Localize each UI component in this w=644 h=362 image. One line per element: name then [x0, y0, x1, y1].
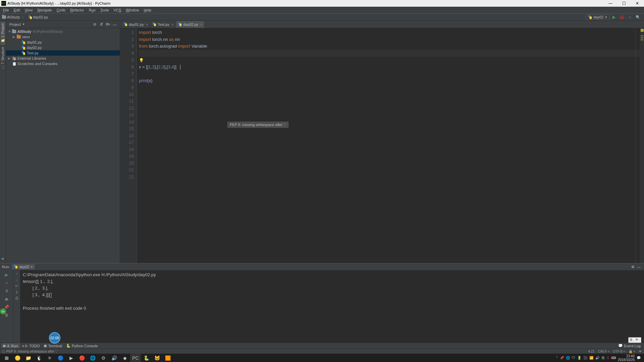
warning-mark[interactable]: [641, 38, 643, 38]
run-tab[interactable]: day02 ×: [12, 264, 35, 269]
hide-panel-icon[interactable]: —: [636, 264, 642, 270]
favorites-icon[interactable]: ★: [1, 256, 5, 261]
stop-button[interactable]: ■: [627, 14, 633, 20]
recording-timer-bubble[interactable]: 02:08: [49, 332, 60, 344]
menu-file[interactable]: File: [1, 7, 11, 13]
python-console-tool-tab[interactable]: 🐍 Python Console: [64, 343, 100, 348]
tray-sogou-icon[interactable]: S: [607, 356, 609, 360]
search-button[interactable]: 🔍: [635, 14, 641, 20]
down-button[interactable]: ↓: [16, 278, 18, 282]
taskbar-app-icon[interactable]: ✳: [44, 354, 55, 362]
taskbar-app-icon[interactable]: 🔊: [109, 354, 119, 362]
event-log-tool-tab[interactable]: 💬 Event Log: [616, 343, 643, 348]
taskbar-app-icon[interactable]: 🔵: [55, 354, 66, 362]
file-encoding[interactable]: UTF-8 ÷: [613, 350, 625, 353]
lightbulb-icon[interactable]: 💡: [139, 57, 144, 64]
notifications-icon[interactable]: 💬: [637, 356, 641, 360]
tray-browser-icon[interactable]: 🌐: [566, 356, 570, 360]
expand-icon[interactable]: ▶: [8, 57, 11, 60]
menu-help[interactable]: Help: [141, 7, 154, 13]
tree-root[interactable]: ▼ AIStudy H:\Python\AIStudy: [6, 29, 120, 34]
console-output[interactable]: C:\ProgramData\Anaconda3\python.exe H:/P…: [20, 270, 644, 344]
menu-code[interactable]: Code: [54, 7, 68, 13]
exit-button[interactable]: ⏏: [3, 296, 10, 302]
stop-button[interactable]: ■: [3, 280, 10, 286]
maximize-button[interactable]: ☐: [617, 0, 631, 7]
tree-file-test[interactable]: Test.py: [6, 50, 120, 56]
close-tab-icon[interactable]: ×: [31, 265, 33, 269]
taskbar-unity-icon[interactable]: ◆: [119, 354, 130, 362]
inspection-indicator-icon[interactable]: [641, 29, 644, 32]
tree-external-libs[interactable]: ▶ 📚 External Libraries: [6, 56, 120, 61]
menu-view[interactable]: View: [22, 7, 35, 13]
expand-icon[interactable]: ▼: [8, 30, 11, 33]
taskbar-pycharm-icon[interactable]: PC: [130, 354, 141, 362]
minimize-button[interactable]: —: [604, 0, 617, 7]
tray-shield-icon[interactable]: 🛡: [572, 356, 575, 360]
taskbar-app-icon[interactable]: 🐱: [152, 354, 162, 362]
ime-indicator[interactable]: 英 , 半 :: [628, 337, 641, 343]
print-button[interactable]: 🖨: [15, 296, 19, 300]
taskbar-app-icon[interactable]: 🔴: [76, 354, 87, 362]
side-green-bubble[interactable]: 30: [0, 308, 6, 314]
structure-tool-tab[interactable]: ⬚ 7: Structure: [0, 45, 5, 71]
expand-icon[interactable]: ▶: [13, 35, 15, 39]
scroll-from-source-icon[interactable]: ⊖: [92, 21, 98, 27]
rerun-button[interactable]: ▶: [3, 272, 10, 278]
pause-button[interactable]: ⏸: [3, 288, 10, 294]
gear-icon[interactable]: ⚙: [630, 264, 636, 270]
tray-volume-icon[interactable]: 🔊: [595, 356, 599, 360]
close-button[interactable]: ✕: [631, 0, 644, 7]
taskbar-app-icon[interactable]: 🟧: [162, 354, 173, 362]
menu-navigate[interactable]: Navigate: [35, 7, 54, 13]
tray-lang[interactable]: 英: [601, 356, 605, 360]
breadcrumb-file[interactable]: day02.py: [28, 15, 48, 19]
terminal-tool-tab[interactable]: ▣ Terminal: [42, 343, 64, 348]
menu-tools[interactable]: Tools: [98, 7, 111, 13]
tree-venv[interactable]: ▶ venv: [6, 34, 120, 40]
cursor-position[interactable]: 4:21: [588, 350, 594, 353]
debug-button[interactable]: 🐞: [619, 14, 625, 20]
taskbar-app-icon[interactable]: 🐧: [34, 354, 44, 362]
code-content[interactable]: import torch import torch.nn as nn from …: [137, 28, 644, 263]
readonly-lock-icon[interactable]: 🔓 ÷: [629, 350, 635, 353]
project-view-dropdown[interactable]: ▼: [22, 23, 25, 26]
breadcrumb-root[interactable]: AIStudy 〉: [2, 15, 26, 20]
tray-keyboard-icon[interactable]: ⌨: [611, 356, 616, 360]
status-square-icon[interactable]: ▢: [2, 350, 5, 353]
tray-pin-icon[interactable]: 📌: [560, 356, 564, 360]
tab-day02[interactable]: day02.py ×: [176, 21, 205, 28]
close-tab-icon[interactable]: ×: [146, 22, 148, 26]
menu-window[interactable]: Window: [123, 7, 141, 13]
close-tab-icon[interactable]: ×: [200, 22, 202, 26]
start-button[interactable]: ⊞: [1, 354, 12, 362]
tree-file-day01[interactable]: day01.py: [6, 40, 120, 45]
error-stripe[interactable]: [640, 28, 644, 263]
tab-day01[interactable]: day01.py ×: [121, 21, 150, 28]
menu-run[interactable]: Run: [87, 7, 98, 13]
taskbar-app-icon[interactable]: ▶: [66, 354, 76, 362]
project-tool-tab[interactable]: 📁 1: Project: [0, 21, 5, 45]
hide-panel-icon[interactable]: —: [112, 21, 118, 27]
taskbar-app-icon[interactable]: 🌐: [87, 354, 98, 362]
tray-network-icon[interactable]: 📶: [589, 356, 593, 360]
scroll-end-button[interactable]: ⤓: [15, 290, 18, 294]
todo-tool-tab[interactable]: ≡ 6: TODO: [20, 344, 42, 348]
close-tab-icon[interactable]: ×: [171, 22, 173, 26]
code-editor[interactable]: 12345678910111213141516171819202122 impo…: [120, 28, 644, 263]
menu-edit[interactable]: Edit: [11, 7, 22, 13]
taskbar-app-icon[interactable]: 🐍: [141, 354, 152, 362]
taskbar-clock[interactable]: 23:40 2018/10/26: [618, 354, 635, 362]
collapse-all-icon[interactable]: ⇵: [98, 21, 104, 27]
run-config-dropdown[interactable]: day02 ▼: [586, 14, 610, 20]
warning-mark[interactable]: [641, 40, 643, 40]
taskbar-explorer-icon[interactable]: 📁: [23, 354, 34, 362]
tree-scratches[interactable]: 📋 Scratches and Consoles: [6, 61, 120, 66]
tray-up-icon[interactable]: ˄: [556, 356, 558, 360]
taskbar-app-icon[interactable]: ⚙: [98, 354, 109, 362]
soft-wrap-button[interactable]: ↩: [15, 284, 18, 288]
menu-vcs[interactable]: VCS: [111, 7, 124, 13]
menu-refactor[interactable]: Refactor: [68, 7, 87, 13]
taskbar-chrome-icon[interactable]: 🟡: [12, 354, 23, 362]
inspection-eye-icon[interactable]: 👁: [639, 350, 642, 353]
